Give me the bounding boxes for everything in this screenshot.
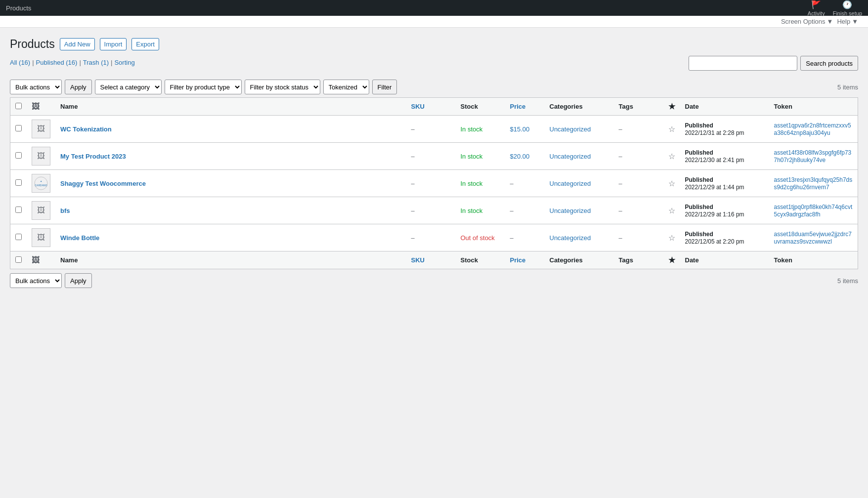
- header-checkbox-cell: [10, 98, 27, 116]
- subsubsub-nav: All (16) | Published (16) | Trash (1) | …: [10, 59, 135, 66]
- header-token: Token: [769, 98, 858, 116]
- product-thumb: ✦CARDANO: [27, 170, 55, 197]
- stock-status-select[interactable]: Filter by stock status: [245, 80, 320, 94]
- chevron-down-icon: ▼: [827, 18, 833, 25]
- bulk-apply-button-bottom[interactable]: Apply: [65, 273, 92, 288]
- subsubsub-sorting[interactable]: Sorting: [114, 59, 134, 66]
- filter-button[interactable]: Filter: [372, 80, 397, 94]
- star-icon[interactable]: ☆: [668, 152, 675, 161]
- product-stock: In stock: [456, 170, 505, 197]
- footer-checkbox-cell: [10, 251, 27, 269]
- row-checkbox[interactable]: [15, 125, 22, 131]
- product-stock: In stock: [456, 143, 505, 170]
- header-star: ★: [663, 98, 680, 116]
- footer-date: Date: [680, 251, 769, 269]
- main-content: Products Add New Import Export All (16) …: [0, 28, 868, 298]
- product-name-link[interactable]: WC Tokenization: [60, 125, 112, 133]
- page-header: Products Add New Import Export: [10, 38, 858, 51]
- product-star[interactable]: ☆: [663, 197, 680, 224]
- product-star[interactable]: ☆: [663, 170, 680, 197]
- subsubsub-trash[interactable]: Trash (1): [83, 59, 109, 66]
- category-link[interactable]: Uncategorized: [550, 153, 591, 160]
- product-star[interactable]: ☆: [663, 224, 680, 251]
- product-name-link[interactable]: Shaggy Test Woocommerce: [60, 180, 146, 187]
- product-price: $20.00: [505, 143, 545, 170]
- product-name-link[interactable]: Winde Bottle: [60, 234, 99, 242]
- product-sku: –: [406, 116, 456, 143]
- table-row: 🖼My Test Product 2023–In stock$20.00Unca…: [10, 143, 858, 170]
- admin-bar: Products 🚩 Activity 🕐 Finish setup: [0, 0, 868, 16]
- finish-setup-button[interactable]: 🕐 Finish setup: [833, 0, 862, 16]
- row-checkbox-cell: [10, 224, 27, 251]
- select-all-checkbox[interactable]: [15, 103, 22, 109]
- product-price: –: [505, 224, 545, 251]
- product-name-cell: Winde Bottle: [55, 224, 406, 251]
- category-link[interactable]: Uncategorized: [550, 180, 591, 187]
- help-button[interactable]: Help ▼: [837, 18, 858, 25]
- row-checkbox[interactable]: [15, 234, 22, 240]
- search-bar: Search products: [689, 56, 858, 71]
- products-table: 🖼 Name SKU Stock Price Categories: [10, 97, 858, 269]
- product-type-select[interactable]: Filter by product type: [165, 80, 242, 94]
- category-link[interactable]: Uncategorized: [550, 234, 591, 242]
- bulk-actions-select-bottom[interactable]: Bulk actions: [10, 273, 62, 288]
- sku-sort-link-footer[interactable]: SKU: [411, 256, 425, 264]
- footer-tags: Tags: [614, 251, 663, 269]
- product-star[interactable]: ☆: [663, 143, 680, 170]
- product-thumb: 🖼: [27, 116, 55, 143]
- product-star[interactable]: ☆: [663, 116, 680, 143]
- product-tags: –: [614, 143, 663, 170]
- header-categories: Categories: [545, 98, 614, 116]
- price-sort-link-footer[interactable]: Price: [510, 256, 526, 264]
- product-categories: Uncategorized: [545, 116, 614, 143]
- screen-options-button[interactable]: Screen Options ▼: [781, 18, 833, 25]
- import-button[interactable]: Import: [100, 38, 127, 50]
- product-token: asset1tjpq0rpfl8ke0kh74q6cvt5cyx9adrgzfa…: [769, 197, 858, 224]
- subsubsub-all[interactable]: All (16): [10, 59, 30, 66]
- select-all-checkbox-footer[interactable]: [15, 256, 22, 263]
- row-checkbox[interactable]: [15, 207, 22, 213]
- activity-button[interactable]: 🚩 Activity: [808, 0, 825, 16]
- product-sku: –: [406, 224, 456, 251]
- product-name-cell: Shaggy Test Woocommerce: [55, 170, 406, 197]
- table-row: 🖼Winde Bottle–Out of stock–Uncategorized…: [10, 224, 858, 251]
- star-icon[interactable]: ☆: [668, 234, 675, 242]
- category-link[interactable]: Uncategorized: [550, 207, 591, 214]
- table-header-row: 🖼 Name SKU Stock Price Categories: [10, 98, 858, 116]
- product-name-link[interactable]: My Test Product 2023: [60, 153, 126, 160]
- sku-sort-link[interactable]: SKU: [411, 103, 425, 110]
- table-row: ✦CARDANOShaggy Test Woocommerce–In stock…: [10, 170, 858, 197]
- product-categories: Uncategorized: [545, 224, 614, 251]
- items-count-top: 5 items: [837, 83, 858, 91]
- footer-thumb-cell: 🖼: [27, 251, 55, 269]
- star-icon[interactable]: ☆: [668, 125, 675, 133]
- product-name-link[interactable]: bfs: [60, 207, 70, 214]
- product-thumb: 🖼: [27, 224, 55, 251]
- star-icon[interactable]: ☆: [668, 179, 675, 188]
- product-date: Published2022/12/29 at 1:44 pm: [680, 170, 769, 197]
- activity-icon: 🚩: [811, 0, 821, 9]
- search-products-button[interactable]: Search products: [800, 56, 858, 71]
- bulk-apply-button[interactable]: Apply: [65, 80, 92, 94]
- product-price: –: [505, 197, 545, 224]
- row-checkbox[interactable]: [15, 152, 22, 159]
- category-select[interactable]: Select a category: [95, 80, 162, 94]
- subsubsub-published[interactable]: Published (16): [36, 59, 78, 66]
- bulk-actions-select[interactable]: Bulk actions: [10, 80, 62, 94]
- footer-token: Token: [769, 251, 858, 269]
- row-checkbox[interactable]: [15, 179, 22, 186]
- product-thumb: 🖼: [27, 143, 55, 170]
- add-new-button[interactable]: Add New: [60, 38, 95, 50]
- items-count-bottom: 5 items: [837, 277, 858, 285]
- row-checkbox-cell: [10, 197, 27, 224]
- export-button[interactable]: Export: [131, 38, 159, 50]
- product-name-cell: WC Tokenization: [55, 116, 406, 143]
- search-input[interactable]: [689, 56, 797, 71]
- product-categories: Uncategorized: [545, 170, 614, 197]
- category-link[interactable]: Uncategorized: [550, 125, 591, 133]
- price-sort-link[interactable]: Price: [510, 103, 526, 110]
- top-right-actions: 🚩 Activity 🕐 Finish setup: [808, 0, 862, 16]
- star-icon[interactable]: ☆: [668, 207, 675, 215]
- footer-stock: Stock: [456, 251, 505, 269]
- tokenized-select[interactable]: Tokenized: [323, 80, 369, 94]
